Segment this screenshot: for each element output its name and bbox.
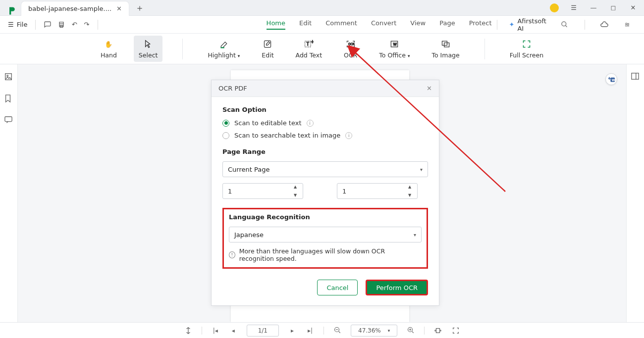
page-range-select[interactable]: Current Page ▾: [222, 161, 428, 177]
step-up-icon[interactable]: ▲: [408, 185, 415, 189]
print-icon[interactable]: [57, 19, 65, 30]
chevron-down-icon: ▾: [408, 53, 410, 58]
ocr-tool[interactable]: OCR OCR: [339, 36, 362, 62]
chevron-down-icon: ▾: [414, 232, 416, 238]
maximize-icon[interactable]: ◻: [608, 3, 618, 13]
from-page-spinner[interactable]: 1 ▲▼: [222, 183, 303, 199]
hand-label: Hand: [101, 51, 117, 59]
user-avatar-icon[interactable]: [550, 3, 559, 12]
info-icon[interactable]: i: [345, 132, 352, 139]
minimize-icon[interactable]: —: [589, 3, 598, 13]
add-text-tool[interactable]: T+ Add Text: [291, 36, 327, 62]
chevron-down-icon: ▾: [388, 328, 390, 333]
info-icon[interactable]: i: [307, 120, 314, 127]
cancel-button[interactable]: Cancel: [317, 280, 358, 295]
close-tab-icon[interactable]: ✕: [116, 5, 122, 12]
fullscreen-icon: [522, 39, 531, 49]
svg-rect-29: [436, 328, 440, 333]
comment-icon[interactable]: [4, 116, 14, 126]
page-range-label: Page Range: [222, 148, 428, 155]
thumbnail-icon[interactable]: [4, 72, 14, 82]
file-menu[interactable]: ☰ File: [5, 19, 30, 30]
separator: [484, 39, 485, 59]
title-bar: babel-japanese-sample.... ✕ ＋ ☰ — ◻ ✕: [0, 0, 644, 16]
language-select[interactable]: Japanese ▾: [229, 227, 422, 242]
bookmark-icon[interactable]: [4, 94, 14, 104]
new-tab-button[interactable]: ＋: [135, 2, 144, 14]
first-page-icon[interactable]: |◂: [211, 326, 220, 335]
step-down-icon[interactable]: ▼: [408, 193, 415, 197]
radio-editable-text[interactable]: Scan to editable text i: [222, 119, 428, 127]
to-image-tool[interactable]: To Image: [427, 36, 464, 62]
svg-rect-5: [265, 41, 271, 47]
separator: [585, 20, 585, 30]
step-up-icon[interactable]: ▲: [294, 185, 301, 189]
language-recognition-block: Language Recognition Japanese ▾ ! More t…: [222, 208, 428, 269]
tab-edit[interactable]: Edit: [299, 19, 312, 30]
dialog-title: OCR PDF: [218, 85, 247, 92]
separator: [424, 327, 425, 335]
scroll-mode-icon[interactable]: [184, 326, 193, 335]
zoom-field[interactable]: 47.36%▾: [351, 325, 397, 337]
dialog-close-icon[interactable]: ✕: [427, 85, 432, 92]
panel-icon[interactable]: [631, 72, 641, 82]
highlighter-icon: [219, 39, 228, 49]
ai-button[interactable]: ✦ Afirstsoft AI: [509, 17, 550, 32]
redo-icon[interactable]: ↷: [84, 19, 90, 30]
dialog-titlebar: OCR PDF ✕: [212, 80, 439, 97]
tab-home[interactable]: Home: [267, 19, 285, 30]
svg-rect-12: [442, 41, 447, 45]
cursor-icon: [144, 39, 152, 49]
to-image-label: To Image: [431, 51, 459, 59]
page-number-field[interactable]: 1/1: [247, 325, 279, 337]
to-office-tool[interactable]: W To Office ▾: [374, 36, 415, 62]
to-image-icon: [441, 39, 451, 49]
radio-searchable-text[interactable]: Scan to searchable text in image i: [222, 132, 428, 139]
from-page-value: 1: [228, 188, 232, 195]
fit-page-icon[interactable]: [451, 326, 460, 335]
last-page-icon[interactable]: ▸|: [306, 326, 315, 335]
tab-page[interactable]: Page: [439, 19, 455, 30]
cloud-icon[interactable]: [600, 19, 610, 30]
tab-view[interactable]: View: [410, 19, 426, 30]
radio-label: Scan to searchable text in image: [234, 132, 340, 139]
word-export-badge[interactable]: W: [605, 73, 617, 85]
step-down-icon[interactable]: ▼: [294, 193, 301, 197]
undo-icon[interactable]: ↶: [71, 19, 78, 30]
close-window-icon[interactable]: ✕: [628, 3, 638, 13]
separator: [202, 327, 202, 335]
file-label: File: [17, 21, 28, 28]
fit-width-icon[interactable]: [433, 326, 442, 335]
sparkle-icon: ✦: [509, 21, 515, 28]
to-page-spinner[interactable]: 1 ▲▼: [337, 183, 418, 199]
perform-ocr-button[interactable]: Perform OCR: [366, 280, 428, 295]
save-icon[interactable]: [44, 19, 52, 30]
tab-convert[interactable]: Convert: [371, 19, 396, 30]
hand-icon: ✋: [105, 39, 112, 49]
separator: [497, 20, 497, 30]
document-tab[interactable]: babel-japanese-sample.... ✕: [21, 1, 129, 16]
hamburger-icon[interactable]: ☰: [569, 3, 579, 13]
tab-protect[interactable]: Protect: [469, 19, 492, 30]
full-screen-tool[interactable]: Full Screen: [505, 36, 548, 62]
highlight-tool[interactable]: Highlight ▾: [203, 36, 245, 62]
hand-tool[interactable]: ✋ Hand: [96, 36, 122, 62]
cancel-label: Cancel: [326, 284, 348, 291]
prev-page-icon[interactable]: ◂: [229, 326, 238, 335]
edit-tool[interactable]: Edit: [257, 36, 278, 62]
tab-comment[interactable]: Comment: [325, 19, 357, 30]
next-page-icon[interactable]: ▸: [288, 326, 297, 335]
radio-icon: [222, 120, 229, 127]
search-icon[interactable]: [560, 19, 570, 30]
edit-label: Edit: [262, 51, 273, 59]
highlight-label: Highlight ▾: [208, 51, 240, 59]
zoom-out-icon[interactable]: [333, 326, 342, 335]
menu-row: ☰ File ↶ ↷ Home Edit Comment Convert Vie…: [0, 16, 644, 34]
add-text-label: Add Text: [296, 51, 322, 59]
zoom-in-icon[interactable]: [406, 326, 415, 335]
svg-text:+: +: [311, 40, 314, 44]
svg-rect-13: [444, 43, 449, 47]
chevron-down-icon: ▾: [420, 167, 423, 172]
select-tool[interactable]: Select: [134, 36, 163, 62]
expand-icon[interactable]: ≊: [622, 19, 632, 30]
